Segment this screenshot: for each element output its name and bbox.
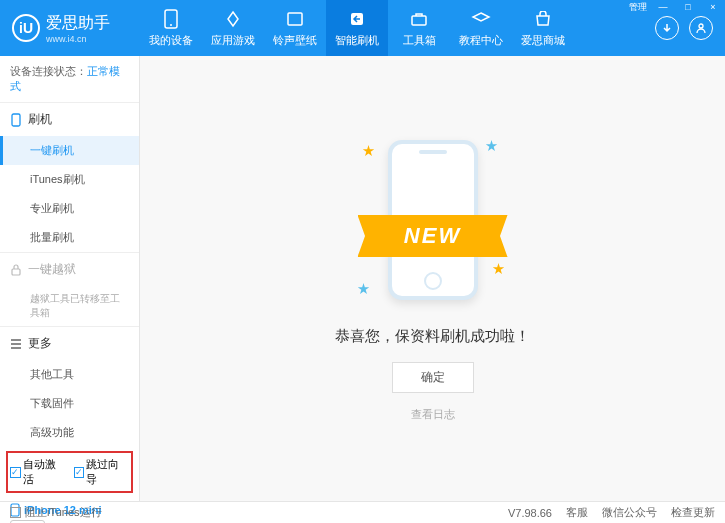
support-link[interactable]: 客服 xyxy=(566,505,588,520)
logo-icon: iU xyxy=(12,14,40,42)
sidebar-item-batch-flash[interactable]: 批量刷机 xyxy=(0,223,139,252)
user-button[interactable] xyxy=(689,16,713,40)
nav-apps[interactable]: 应用游戏 xyxy=(202,0,264,56)
success-illustration: NEW xyxy=(353,135,513,315)
brand-url: www.i4.cn xyxy=(46,34,110,44)
brand-name: 爱思助手 xyxy=(46,13,110,34)
nav-my-device[interactable]: 我的设备 xyxy=(140,0,202,56)
nav: 我的设备 应用游戏 铃声壁纸 智能刷机 工具箱 教程中心 爱思商城 xyxy=(140,0,643,56)
sidebar-item-advanced[interactable]: 高级功能 xyxy=(0,418,139,447)
window-manage-button[interactable]: 管理 xyxy=(626,0,650,14)
skip-guide-checkbox[interactable]: ✓跳过向导 xyxy=(74,457,130,487)
grad-cap-icon xyxy=(471,9,491,29)
window-minimize-button[interactable]: — xyxy=(651,0,675,14)
sidebar-item-other-tools[interactable]: 其他工具 xyxy=(0,360,139,389)
version-label: V7.98.66 xyxy=(508,507,552,519)
logo-area: iU 爱思助手 www.i4.cn xyxy=(0,13,140,44)
block-itunes-checkbox[interactable]: 阻止iTunes运行 xyxy=(10,505,102,520)
window-controls: 管理 — □ × xyxy=(626,0,725,14)
svg-rect-4 xyxy=(412,16,426,25)
phone-icon xyxy=(161,9,181,29)
check-update-link[interactable]: 检查更新 xyxy=(671,505,715,520)
nav-ringtones[interactable]: 铃声壁纸 xyxy=(264,0,326,56)
jailbreak-note: 越狱工具已转移至工具箱 xyxy=(0,286,139,326)
device-status: 设备连接状态：正常模式 xyxy=(0,56,139,102)
nav-tutorials[interactable]: 教程中心 xyxy=(450,0,512,56)
nav-smart-flash[interactable]: 智能刷机 xyxy=(326,0,388,56)
success-message: 恭喜您，保资料刷机成功啦！ xyxy=(335,327,530,346)
sidebar-item-oneclick-flash[interactable]: 一键刷机 xyxy=(0,136,139,165)
svg-rect-6 xyxy=(12,114,20,126)
phone-small-icon xyxy=(10,113,22,127)
wechat-link[interactable]: 微信公众号 xyxy=(602,505,657,520)
apps-icon xyxy=(223,9,243,29)
menu-icon xyxy=(10,339,22,349)
sidebar: 设备连接状态：正常模式 刷机 一键刷机 iTunes刷机 专业刷机 批量刷机 一… xyxy=(0,56,140,501)
svg-point-1 xyxy=(170,24,172,26)
view-log-link[interactable]: 查看日志 xyxy=(411,407,455,422)
main-content: NEW 恭喜您，保资料刷机成功啦！ 确定 查看日志 xyxy=(140,56,725,501)
download-button[interactable] xyxy=(655,16,679,40)
store-icon xyxy=(533,9,553,29)
options-highlight: ✓自动激活 ✓跳过向导 xyxy=(6,451,133,493)
header: iU 爱思助手 www.i4.cn 我的设备 应用游戏 铃声壁纸 智能刷机 工具… xyxy=(0,0,725,56)
sidebar-group-more[interactable]: 更多 xyxy=(0,327,139,360)
window-close-button[interactable]: × xyxy=(701,0,725,14)
auto-activate-checkbox[interactable]: ✓自动激活 xyxy=(10,457,66,487)
svg-rect-7 xyxy=(12,269,20,275)
sidebar-item-pro-flash[interactable]: 专业刷机 xyxy=(0,194,139,223)
sidebar-group-flash[interactable]: 刷机 xyxy=(0,103,139,136)
toolbox-icon xyxy=(409,9,429,29)
svg-point-5 xyxy=(699,24,703,28)
lock-icon xyxy=(10,264,22,276)
nav-toolbox[interactable]: 工具箱 xyxy=(388,0,450,56)
wallpaper-icon xyxy=(285,9,305,29)
sidebar-group-jailbreak: 一键越狱 xyxy=(0,253,139,286)
nav-store[interactable]: 爱思商城 xyxy=(512,0,574,56)
sidebar-item-itunes-flash[interactable]: iTunes刷机 xyxy=(0,165,139,194)
confirm-button[interactable]: 确定 xyxy=(392,362,474,393)
flash-icon xyxy=(347,9,367,29)
sidebar-item-download-firmware[interactable]: 下载固件 xyxy=(0,389,139,418)
svg-rect-2 xyxy=(288,13,302,25)
window-maximize-button[interactable]: □ xyxy=(676,0,700,14)
new-ribbon: NEW xyxy=(358,215,508,257)
